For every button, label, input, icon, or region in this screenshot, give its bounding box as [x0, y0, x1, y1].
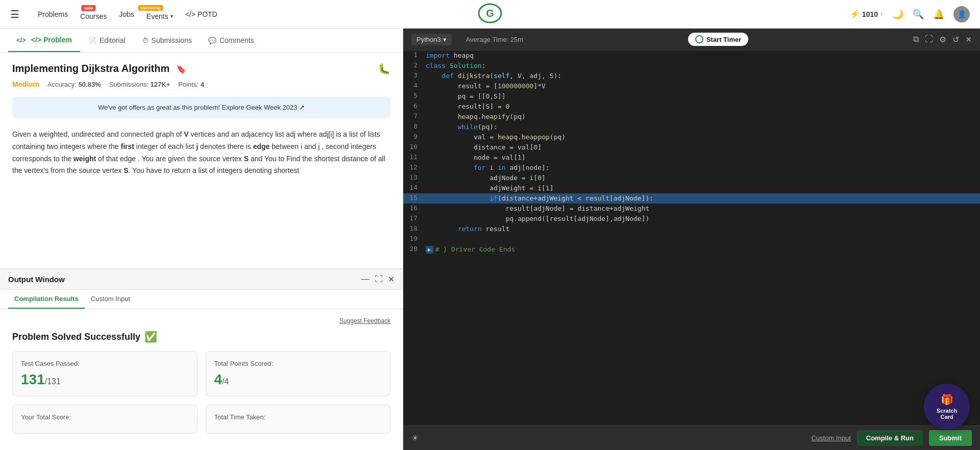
nav-jobs[interactable]: Jobs — [119, 10, 134, 18]
scratch-card-button[interactable]: 🎁 ScratchCard — [924, 384, 970, 430]
points-card: Total Points Scored: 4/4 — [206, 351, 391, 396]
settings-icon[interactable]: ⚙ — [939, 35, 946, 44]
total-time-card: Total Time Taken: — [206, 405, 391, 434]
search-icon[interactable]: 🔍 — [913, 9, 924, 20]
chevron-down-icon: ▾ — [170, 13, 173, 19]
promo-banner[interactable]: We've got offers as great as this proble… — [12, 96, 390, 118]
total-score-label: Your Total Score: — [21, 413, 189, 421]
code-line: 6 result[S] = 0 — [403, 102, 980, 112]
hamburger-menu[interactable]: ☰ — [10, 8, 19, 20]
submit-button[interactable]: Submit — [929, 430, 972, 446]
results-grid: Test Cases Passed: 131/131 Total Points … — [12, 351, 390, 396]
bell-icon[interactable]: 🔔 — [933, 9, 944, 20]
timer-label: Start Timer — [706, 36, 741, 43]
main-container: </> </> Problem 📄 Editorial ⏱ Submission… — [0, 29, 980, 450]
points-total: /4 — [222, 377, 229, 386]
total-score-card: Your Total Score: — [12, 405, 198, 434]
code-line: 8 while(pq): — [403, 122, 980, 132]
accuracy-value: 50.83% — [79, 81, 101, 88]
bug-icon[interactable]: 🐛 — [378, 63, 390, 75]
code-line: 7 heapq.heapify(pq) — [403, 112, 980, 122]
code-line: 16 result[adjNode] = distance+adjWeight — [403, 204, 980, 214]
nav-courses[interactable]: Courses — [80, 12, 107, 20]
tab-problem[interactable]: </> </> Problem — [8, 29, 80, 52]
editor-toolbar-right: ⧉ ⛶ ⚙ ↺ ✕ — [913, 35, 972, 44]
bookmark-icon[interactable]: 🔖 — [176, 65, 186, 73]
start-timer-button[interactable]: Start Timer — [688, 33, 748, 46]
left-panel: </> </> Problem 📄 Editorial ⏱ Submission… — [0, 29, 403, 450]
code-line: 11 node = val[1] — [403, 153, 980, 163]
nav-events[interactable]: Events ▾ — [146, 12, 173, 20]
output-body: Suggest Feedback Problem Solved Successf… — [0, 309, 403, 450]
points-label: Points: 4 — [178, 81, 204, 88]
code-line: 3 def dijkstra(self, V, adj, S): — [403, 71, 980, 81]
timer-section: Start Timer — [688, 33, 748, 46]
expand-icon[interactable]: ⛶ — [375, 274, 383, 284]
streak-count: 1010 — [862, 10, 878, 18]
code-line: 17 pq.append([result[adjNode],adjNode]) — [403, 214, 980, 224]
output-window-header: Output Window — ⛶ ✕ — [0, 269, 403, 290]
minimize-icon[interactable]: — — [361, 274, 370, 284]
tab-problem-label: </> Problem — [31, 36, 72, 44]
editor-toolbar-left: Python3 ▾ Average Time: 25m — [411, 34, 523, 45]
language-label: Python3 — [416, 36, 441, 43]
code-editor[interactable]: 1import heapq 2class Solution: 3 def dij… — [403, 51, 980, 426]
tab-comments-label: Comments — [219, 36, 254, 44]
editor-toolbar: Python3 ▾ Average Time: 25m Start Timer … — [403, 29, 980, 51]
output-tab-bar: Compilation Results Custom Input — [0, 290, 403, 309]
language-selector[interactable]: Python3 ▾ — [411, 34, 452, 45]
problem-description: Given a weighted, undirected and connect… — [12, 129, 390, 177]
clock-icon: ⏱ — [142, 37, 149, 44]
editor-bottom-bar: ☀ Custom Input Compile & Run Submit — [403, 426, 980, 450]
points-value-container: 4/4 — [214, 371, 382, 388]
tab-submissions[interactable]: ⏱ Submissions — [134, 29, 200, 52]
compile-run-button[interactable]: Compile & Run — [857, 430, 923, 446]
close-icon[interactable]: ✕ — [388, 274, 395, 284]
nav-potd[interactable]: </> POTD — [185, 10, 217, 18]
submissions-value: 127K+ — [151, 81, 170, 88]
points-scored-label: Total Points Scored: — [214, 360, 382, 367]
success-message: Problem Solved Successfully ✅ — [12, 331, 390, 343]
nav-problems[interactable]: Problems — [38, 10, 68, 18]
sale-badge: sale — [81, 5, 95, 11]
tab-comments[interactable]: 💬 Comments — [200, 29, 262, 52]
streak-counter: ⚡ 1010 ↑ — [850, 9, 883, 19]
upcoming-badge: Upcoming — [138, 5, 163, 11]
user-avatar[interactable]: 👤 — [953, 6, 970, 22]
comment-icon: 💬 — [208, 37, 216, 44]
moon-icon[interactable]: 🌙 — [892, 9, 903, 20]
code-line: 4 result = [100000000]*V — [403, 81, 980, 91]
tab-submissions-label: Submissions — [152, 36, 192, 44]
code-line: 10 distance = val[0] — [403, 142, 980, 153]
output-tab-custom-input[interactable]: Custom Input — [85, 290, 136, 309]
output-window: Output Window — ⛶ ✕ Compilation Results … — [0, 268, 403, 450]
reset-icon[interactable]: ↺ — [952, 35, 959, 44]
suggest-feedback-link[interactable]: Suggest Feedback — [12, 317, 390, 324]
copy-icon[interactable]: ⧉ — [913, 35, 919, 44]
accuracy-label: Accuracy: 50.83% — [47, 81, 101, 88]
code-line: 1import heapq — [403, 51, 980, 61]
code-line-driver: 20▶# } Driver Code Ends — [403, 244, 980, 255]
custom-input-link[interactable]: Custom Input — [811, 434, 850, 442]
code-line: 14 adjWeight = i[1] — [403, 183, 980, 193]
tab-editorial[interactable]: 📄 Editorial — [80, 29, 134, 52]
test-cases-passed: 131 — [21, 371, 45, 387]
gift-icon: 🎁 — [941, 393, 953, 406]
output-controls: — ⛶ ✕ — [361, 274, 395, 284]
brightness-icon[interactable]: ☀ — [411, 433, 419, 443]
close-editor-icon[interactable]: ✕ — [965, 35, 972, 44]
expand-editor-icon[interactable]: ⛶ — [925, 35, 933, 44]
output-window-title: Output Window — [8, 275, 65, 284]
avg-time-label: Average Time: 25m — [466, 36, 523, 43]
test-cases-label: Test Cases Passed: — [21, 360, 189, 367]
score-time-grid: Your Total Score: Total Time Taken: — [12, 405, 390, 434]
test-cases-value: 131/131 — [21, 371, 189, 388]
problem-meta: Medium Accuracy: 50.83% Submissions: 127… — [12, 80, 390, 88]
code-line: 18 return result — [403, 224, 980, 234]
code-area[interactable]: 1import heapq 2class Solution: 3 def dij… — [403, 51, 980, 426]
code-line: 13 adjNode = i[0] — [403, 173, 980, 183]
site-logo[interactable]: G — [478, 3, 502, 26]
problem-content: Implementing Dijkstra Algorithm 🔖 🐛 Medi… — [0, 53, 403, 268]
lightning-icon: ⚡ — [850, 9, 860, 19]
output-tab-compilation[interactable]: Compilation Results — [8, 290, 85, 309]
